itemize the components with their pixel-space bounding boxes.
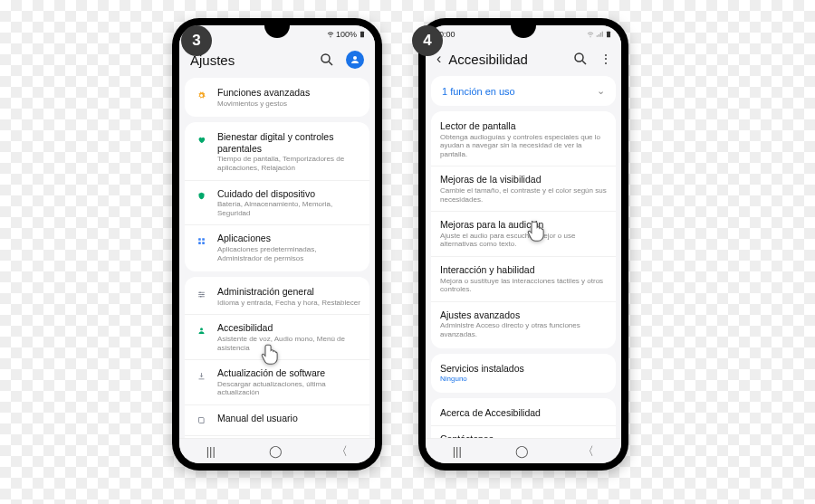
row-subtitle: Idioma y entrada, Fecha y hora, Restable… — [217, 299, 360, 308]
search-button[interactable] — [572, 51, 589, 67]
row-title: Funciones avanzadas — [217, 87, 360, 99]
svg-rect-5 — [202, 238, 205, 241]
book-icon — [194, 414, 208, 428]
a11y-row-interacci-n-y-habilidad[interactable]: Interacción y habilidadMejora o sustituy… — [431, 256, 616, 301]
row-title: Contáctenos — [440, 433, 607, 438]
gear-icon — [194, 88, 208, 102]
row-subtitle: Ajuste el audio para escuchar mejor o us… — [440, 232, 607, 249]
row-title: Lector de pantalla — [440, 120, 607, 132]
a11y-row-ajustes-avanzados[interactable]: Ajustes avanzadosAdministre Acceso direc… — [431, 301, 616, 347]
row-subtitle: Obtenga audioguías y controles especiale… — [440, 133, 607, 159]
person-icon — [194, 323, 208, 338]
settings-row-cuidado-del-dispositivo[interactable]: Cuidado del dispositivoBatería, Almacena… — [185, 180, 369, 225]
a11y-group: Lector de pantallaObtenga audioguías y c… — [431, 111, 616, 348]
android-navbar: ||| ◯ 〈 — [179, 438, 375, 463]
a11y-row-lector-de-pantalla[interactable]: Lector de pantallaObtenga audioguías y c… — [431, 113, 616, 166]
svg-point-1 — [321, 54, 330, 62]
svg-rect-6 — [198, 242, 201, 244]
settings-group: Bienestar digital y controles parentales… — [185, 122, 369, 271]
settings-row-accesibilidad[interactable]: AccesibilidadAsistente de voz, Audio mon… — [185, 314, 369, 359]
row-title: Mejoras de la visibilidad — [440, 174, 607, 185]
row-subtitle: Administre Acceso directo y otras funcio… — [440, 321, 607, 338]
svg-point-16 — [575, 53, 583, 62]
android-navbar: ||| ◯ 〈 — [426, 438, 621, 463]
nav-back[interactable]: 〈 — [336, 443, 348, 460]
row-title: Ajustes avanzados — [440, 309, 607, 321]
settings-row-funciones-avanzadas[interactable]: Funciones avanzadasMovimientos y gestos — [185, 80, 369, 115]
a11y-row-acerca-de-accesibilidad[interactable]: Acerca de Accesibilidad — [431, 400, 616, 426]
svg-point-11 — [200, 328, 203, 330]
svg-point-3 — [353, 56, 357, 60]
nav-back[interactable]: 〈 — [582, 443, 594, 460]
step-badge-4: 4 — [412, 25, 443, 56]
a11y-row-mejoras-de-la-visibilida[interactable]: Mejoras de la visibilidadCambie el tamañ… — [431, 166, 616, 211]
settings-row-manual-del-usuario[interactable]: Manual del usuario — [185, 404, 369, 435]
settings-row-acerca-del-tel-fono[interactable]: Acerca del teléfonoEstado, Información l… — [185, 435, 369, 438]
row-title: Actualización de software — [217, 367, 360, 379]
svg-line-2 — [329, 62, 332, 65]
svg-point-9 — [202, 293, 204, 295]
page-title: Accesibilidad — [448, 52, 528, 67]
person-icon — [350, 54, 360, 65]
functions-in-use-banner[interactable]: 1 función en uso ⌄ — [431, 76, 616, 106]
row-subtitle: Tiempo de pantalla, Temporizadores de ap… — [217, 155, 360, 172]
status-battery: 100% — [336, 30, 357, 39]
svg-rect-4 — [198, 238, 201, 241]
row-subtitle: Descargar actualizaciones, última actual… — [217, 380, 360, 397]
svg-point-10 — [200, 296, 202, 298]
row-subtitle: Batería, Almacenamiento, Memoria, Seguri… — [217, 200, 360, 217]
row-subtitle: Asistente de voz, Audio mono, Menú de as… — [217, 335, 360, 352]
svg-line-17 — [582, 61, 586, 64]
row-subtitle: Movimientos y gestos — [217, 100, 360, 109]
back-button[interactable]: ‹ — [436, 51, 441, 67]
row-subtitle: Ninguno — [440, 375, 607, 384]
row-subtitle: Cambie el tamaño, el contraste y el colo… — [440, 186, 607, 204]
wifi-icon — [327, 31, 334, 38]
row-title: Interacción y habilidad — [440, 264, 607, 276]
row-title: Manual del usuario — [217, 413, 360, 424]
download-icon — [194, 368, 208, 383]
signal-icon — [596, 31, 603, 38]
row-title: Administración general — [217, 286, 360, 298]
row-title: Acerca de Accesibilidad — [440, 407, 607, 419]
sliders-icon — [194, 287, 208, 301]
row-title: Accesibilidad — [217, 322, 360, 334]
svg-rect-7 — [202, 242, 205, 244]
svg-rect-0 — [360, 32, 364, 38]
row-title: Mejoras para la audición — [440, 219, 607, 231]
heart-icon — [194, 132, 208, 147]
nav-recents[interactable]: ||| — [206, 444, 216, 458]
a11y-row-cont-ctenos[interactable]: Contáctenos — [431, 425, 616, 438]
wifi-icon — [587, 31, 594, 38]
search-icon — [319, 52, 335, 68]
settings-group: Funciones avanzadasMovimientos y gestos — [185, 78, 369, 117]
shield-icon — [194, 189, 208, 204]
settings-row-aplicaciones[interactable]: AplicacionesAplicaciones predeterminadas… — [185, 224, 369, 270]
accessibility-list[interactable]: 1 función en uso ⌄ Lector de pantallaObt… — [426, 76, 621, 438]
a11y-row-mejoras-para-la-audici-n[interactable]: Mejoras para la audiciónAjuste el audio … — [431, 211, 616, 256]
nav-home[interactable]: ◯ — [515, 444, 529, 458]
row-title: Bienestar digital y controles parentales — [217, 131, 360, 154]
a11y-group: Servicios instaladosNinguno — [431, 354, 616, 393]
settings-row-administraci-n-general[interactable]: Administración generalIdioma y entrada, … — [185, 279, 369, 314]
more-button[interactable]: ⋮ — [599, 52, 610, 66]
battery-icon — [605, 31, 612, 38]
search-icon — [572, 51, 589, 67]
row-subtitle: Aplicaciones predeterminadas, Administra… — [217, 245, 360, 262]
accessibility-header: ‹ Accesibilidad ⋮ — [426, 43, 621, 76]
svg-rect-15 — [607, 32, 610, 38]
a11y-row-servicios-instalados[interactable]: Servicios instaladosNinguno — [431, 356, 616, 391]
row-subtitle: Mejora o sustituye las interacciones tác… — [440, 277, 607, 294]
row-title: Aplicaciones — [217, 233, 360, 244]
nav-recents[interactable]: ||| — [453, 444, 462, 458]
phone-frame-2: 10:00 ‹ Accesibilidad ⋮ — [418, 18, 628, 471]
nav-home[interactable]: ◯ — [269, 444, 283, 458]
settings-group: Administración generalIdioma y entrada, … — [185, 277, 369, 438]
search-button[interactable] — [319, 52, 335, 68]
row-title: Servicios instalados — [440, 363, 607, 375]
account-avatar[interactable] — [346, 51, 364, 69]
settings-list[interactable]: Funciones avanzadasMovimientos y gestosB… — [179, 78, 375, 438]
battery-icon — [359, 31, 366, 38]
settings-row-bienestar-digital-y-cont[interactable]: Bienestar digital y controles parentales… — [185, 124, 369, 179]
settings-row-actualizaci-n-de-softwar[interactable]: Actualización de softwareDescargar actua… — [185, 359, 369, 404]
